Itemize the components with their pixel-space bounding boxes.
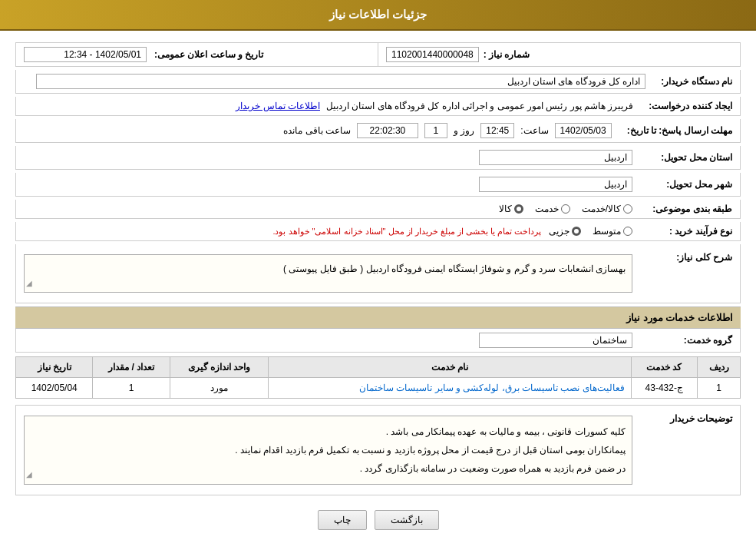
pub-date-label: تاریخ و ساعت اعلان عمومی: [154, 49, 263, 60]
saet-value: 12:45 [480, 123, 514, 138]
radio-khadamat[interactable]: خدمت [535, 204, 570, 214]
saet-baqi-label: ساعت باقی مانده [283, 125, 351, 136]
page-title: جزئیات اطلاعات نیاز [329, 8, 427, 21]
group-value: ساختمان [479, 333, 632, 348]
roz-value: 1 [424, 123, 447, 138]
shahr-tahvil-value: اردبیل [479, 177, 632, 192]
nam-dastgah-label: نام دستگاه خریدار: [653, 72, 740, 91]
radio-circle-kala-khadamat [623, 204, 632, 214]
resize-icon-desc: ◢ [26, 467, 32, 482]
shomara-niaz-value: 1102001440000048 [386, 47, 479, 62]
page-header: جزئیات اطلاعات نیاز [0, 0, 756, 31]
cell-vahed: مورد [170, 378, 269, 399]
ostan-tahvil-value: اردبیل [479, 150, 632, 165]
col-radif: ردیف [698, 357, 741, 378]
ijad-konande-value: فریبرز هاشم پور رئیس امور عمومی و اجرائی… [326, 101, 633, 111]
buttons-row: بازگشت چاپ [15, 499, 741, 540]
cell-kod: ج-432-43 [631, 378, 697, 399]
etelaat-tamas-link[interactable]: اطلاعات تماس خریدار [236, 101, 320, 111]
col-vahed: واحد اندازه گیری [170, 357, 269, 378]
col-tedad: تعداد / مقدار [93, 357, 170, 378]
radio-jozii[interactable]: جزیی [549, 226, 581, 237]
description-label: توضیحات خریدار [640, 406, 740, 430]
saet-label: ساعت: [520, 125, 548, 136]
nam-dastgah-value: اداره کل فرودگاه های استان اردبیل [36, 74, 645, 89]
col-nam: نام خدمت [269, 357, 631, 378]
description-value: کلیه کسورات قانونی ، بیمه و مالیات به عه… [235, 426, 626, 474]
ijad-konande-label: ایجاد کننده درخواست: [641, 97, 740, 115]
sharh-label: شرح کلی نیاز: [640, 244, 740, 267]
cell-tarikh: 1402/05/04 [16, 378, 93, 399]
roz-o-label: روز و [454, 125, 474, 136]
col-tarikh: تاریخ نیاز [16, 357, 93, 378]
radio-motovaset[interactable]: متوسط [593, 226, 632, 237]
radio-kala-khadamat[interactable]: کالا/خدمت [582, 204, 632, 214]
group-label: گروه خدمت: [640, 331, 740, 350]
cell-radif: 1 [698, 378, 741, 399]
shomara-niaz-label: شماره نیاز : [484, 49, 530, 60]
services-section-header: اطلاعات خدمات مورد نیاز [15, 306, 741, 329]
farayand-radio-group: متوسط جزیی [549, 226, 632, 237]
radio-circle-kala [514, 204, 523, 214]
description-box: کلیه کسورات قانونی ، بیمه و مالیات به عه… [24, 416, 632, 485]
pay-text: پرداخت تمام یا بخشی از مبلغ خریدار از مح… [272, 227, 541, 237]
radio-kala[interactable]: کالا [499, 204, 523, 214]
mohlet-label: مهلت ارسال پاسخ: تا تاریخ: [619, 121, 740, 140]
resize-icon: ◢ [26, 277, 32, 290]
cell-nam: فعالیت‌های نصب تاسیسات برق، لوله‌کشی و س… [269, 378, 631, 399]
radio-circle-khadamat [561, 204, 570, 214]
sharh-niaz-value: بهسازی انشعابات سرد و گرم و شوفاژ ایستگا… [283, 263, 626, 274]
radio-circle-motovaset [623, 227, 632, 236]
farayand-label: نوع فرآیند خرید : [640, 222, 740, 240]
date-value: 1402/05/03 [555, 123, 612, 138]
radio-circle-jozii [572, 227, 581, 236]
sharh-niaz-box: بهسازی انشعابات سرد و گرم و شوفاژ ایستگا… [24, 254, 632, 293]
shahr-tahvil-label: شهر محل تحویل: [640, 175, 740, 194]
cell-tedad: 1 [93, 378, 170, 399]
tabaqe-radio-group: کالا/خدمت خدمت کالا [24, 204, 632, 214]
tabaqe-label: طبقه بندی موضوعی: [640, 200, 740, 218]
services-table: ردیف کد خدمت نام خدمت واحد اندازه گیری ت… [15, 356, 741, 399]
table-row: 1 ج-432-43 فعالیت‌های نصب تاسیسات برق، ل… [16, 378, 741, 399]
pub-date-value: 1402/05/01 - 12:34 [24, 47, 147, 62]
saet-baqi-value: 22:02:30 [357, 123, 418, 138]
col-kod: کد خدمت [631, 357, 697, 378]
ostan-tahvil-label: استان محل تحویل: [640, 148, 740, 167]
bazgasht-button[interactable]: بازگشت [375, 510, 439, 530]
chap-button[interactable]: چاپ [318, 510, 367, 530]
